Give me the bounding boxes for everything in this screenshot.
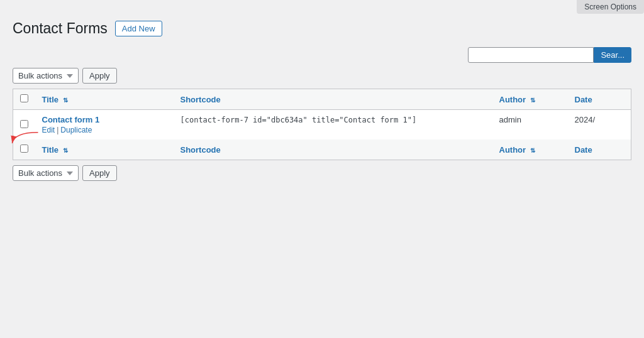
row-checkbox-cell: [13, 110, 36, 140]
apply-button-top[interactable]: Apply: [82, 68, 117, 84]
row-action-edit[interactable]: Edit: [42, 126, 55, 134]
row-author-cell: admin: [493, 110, 569, 140]
bulk-actions-select-top[interactable]: Bulk actions: [13, 68, 79, 84]
row-title-cell: Contact form 1Edit|Duplicate: [36, 110, 174, 140]
table-footer-row: Title ⇅ Shortcode Author ⇅ Date: [13, 139, 631, 160]
search-button[interactable]: Sear...: [594, 47, 631, 63]
table-header-row: Title ⇅ Shortcode Author ⇅ Date: [13, 89, 631, 110]
action-separator: |: [57, 126, 58, 134]
tablenav-bottom: Bulk actions Apply: [13, 165, 631, 181]
bulk-actions-wrapper-bottom: Bulk actions: [13, 165, 79, 181]
column-header-author[interactable]: Author ⇅: [493, 89, 569, 110]
column-header-title[interactable]: Title ⇅: [36, 89, 174, 110]
author-sort-icon: ⇅: [530, 97, 535, 104]
row-shortcode-text: [contact-form-7 id="dbc634a" title="Cont…: [180, 116, 417, 124]
row-checkbox[interactable]: [20, 120, 28, 128]
title-sort-icon-footer: ⇅: [63, 147, 68, 154]
column-footer-shortcode: Shortcode: [174, 139, 493, 160]
add-new-button[interactable]: Add New: [115, 21, 162, 36]
row-shortcode-cell: [contact-form-7 id="dbc634a" title="Cont…: [174, 110, 493, 140]
bulk-actions-select-bottom[interactable]: Bulk actions: [13, 165, 79, 181]
row-date-cell: 2024/: [569, 110, 631, 140]
column-header-checkbox: [13, 89, 36, 110]
column-header-date: Date: [569, 89, 631, 110]
table-row: Contact form 1Edit|Duplicate[contact-for…: [13, 110, 631, 140]
contact-forms-table: Title ⇅ Shortcode Author ⇅ Date Contact …: [13, 89, 631, 160]
tablenav-top: Bulk actions Apply: [13, 68, 631, 84]
select-all-checkbox[interactable]: [20, 94, 28, 102]
column-header-shortcode: Shortcode: [174, 89, 493, 110]
row-action-duplicate[interactable]: Duplicate: [60, 126, 92, 134]
apply-button-bottom[interactable]: Apply: [82, 165, 117, 181]
author-sort-icon-footer: ⇅: [530, 147, 535, 154]
bulk-actions-wrapper-top: Bulk actions: [13, 68, 79, 84]
column-footer-author[interactable]: Author ⇅: [493, 139, 569, 160]
column-footer-title[interactable]: Title ⇅: [36, 139, 174, 160]
select-all-checkbox-footer[interactable]: [20, 144, 28, 153]
screen-options-button[interactable]: Screen Options: [577, 0, 644, 14]
title-sort-icon: ⇅: [63, 97, 68, 104]
search-input[interactable]: [468, 47, 594, 63]
column-footer-checkbox: [13, 139, 36, 160]
column-footer-date: Date: [569, 139, 631, 160]
row-title-link[interactable]: Contact form 1: [42, 115, 100, 124]
page-title: Contact Forms: [13, 20, 108, 37]
row-actions: Edit|Duplicate: [42, 126, 168, 134]
